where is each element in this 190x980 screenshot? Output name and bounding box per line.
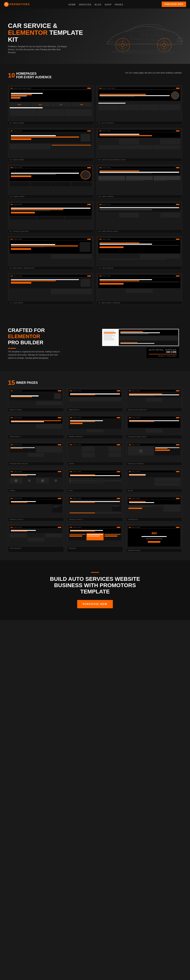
inner-page-tag-promo-detail: PROMOTION DETAIL bbox=[8, 462, 64, 465]
inner-pages-section: 15 INNER PAGES ABOUT PAGE bbox=[0, 371, 190, 560]
inner-page-card-shop[interactable]: SHOP bbox=[67, 442, 123, 466]
crafted-title: CRAFTED FOR ELEMENTOR PRO BUILDER bbox=[8, 327, 91, 346]
homepage-card-11[interactable]: 11. CAR WASH bbox=[8, 273, 93, 305]
inner-page-card-error[interactable]: 404 ERROR-PAGE bbox=[126, 525, 182, 552]
svg-rect-18 bbox=[131, 31, 142, 39]
inner-page-card-single-post1[interactable]: SINGLE POST 1 bbox=[8, 496, 64, 521]
homepage-row-3: 05. TIRES SHOP bbox=[8, 165, 182, 199]
homepage-tag-4: 04. CAR ACCESSORIES SHOP bbox=[97, 158, 182, 161]
inner-page-card-promotions[interactable]: PROMOTIONS PAGE bbox=[126, 415, 182, 439]
homepage-card-1[interactable]: 80K+ 500+ 27+ 99% 01. MAIN HOME bbox=[8, 85, 93, 125]
crafted-content: CRAFTED FOR ELEMENTOR PRO BUILDER The te… bbox=[8, 327, 91, 360]
inner-page-tag-team: TEAM bbox=[8, 489, 64, 492]
logo[interactable]: PROMOTORS bbox=[4, 2, 30, 7]
inner-page-tag-detailing: DETAILING SERVICE bbox=[126, 408, 182, 412]
crafted-description: The template is organized and structured… bbox=[8, 350, 63, 360]
homepages-header: 10 HOMEPAGESFOR EVERY AUDIENCE Our 10+ r… bbox=[8, 72, 182, 81]
inner-page-card-services2[interactable]: SERVICES 2 bbox=[8, 415, 64, 439]
inner-page-tag-prices: PRICES bbox=[67, 546, 123, 550]
nav-links: HOME SERVICES BLOG SHOP PAGES bbox=[69, 3, 123, 6]
crafted-section: CRAFTED FOR ELEMENTOR PRO BUILDER The te… bbox=[0, 316, 190, 371]
inner-page-tag-promotions: PROMOTIONS PAGE bbox=[126, 435, 182, 439]
homepage-tag-11: 11. CAR WASH bbox=[8, 301, 93, 304]
homepage-card-8[interactable]: 08. CAR PARTS SHOP bbox=[97, 202, 182, 233]
nav-pages[interactable]: PAGES bbox=[115, 3, 123, 6]
bottom-purchase-button[interactable]: PURCHASE NOW bbox=[77, 600, 113, 608]
inner-page-card-services1[interactable]: SERVICES 1 bbox=[67, 388, 123, 412]
homepages-desc: Our 10+ ready pages will save you time w… bbox=[125, 72, 182, 74]
inner-page-card-team[interactable]: TEAM bbox=[8, 469, 64, 492]
inner-page-tag-services2: SERVICES 2 bbox=[8, 435, 64, 438]
inner-page-card-faq[interactable]: FAQ bbox=[67, 469, 123, 492]
nav-services[interactable]: SERVICES bbox=[79, 3, 91, 6]
homepage-tag-1: 01. MAIN HOME bbox=[8, 121, 93, 125]
inner-page-tag-product-detail: PRODUCT DETAIL bbox=[126, 462, 182, 465]
homepage-card-5[interactable]: 05. TIRES SHOP bbox=[8, 165, 93, 199]
homepage-tag-6: 06. CAR TUNING bbox=[97, 195, 182, 198]
homepage-card-9[interactable]: 09. MECHANIC WORKSHOP bbox=[8, 236, 93, 270]
inner-page-tag-contacts: CONTACTS bbox=[126, 517, 182, 521]
inner-page-card-product-detail[interactable]: PRODUCT DETAIL bbox=[126, 442, 182, 466]
inner-page-tag-error: ERROR-PAGE bbox=[126, 549, 182, 552]
cta-title: BUILD AUTO SERVICES WEBSITE BUSINESS WIT… bbox=[8, 576, 182, 595]
nav-shop[interactable]: SHOP bbox=[105, 3, 112, 6]
cta-divider bbox=[91, 572, 99, 573]
homepage-card-12[interactable]: 12. MECHANIC GARAGE bbox=[97, 273, 182, 305]
inner-page-tag-about: ABOUT PAGE bbox=[8, 408, 64, 412]
homepage-card-7[interactable]: 07. VEHILE STATION bbox=[8, 202, 93, 233]
inner-pages-badge: 15 INNER PAGES bbox=[8, 379, 38, 387]
inner-page-card-about[interactable]: ABOUT PAGE bbox=[8, 388, 64, 412]
inner-page-tag-our-works: OUR WORKS bbox=[8, 546, 64, 550]
logo-text: PROMOTORS bbox=[10, 3, 30, 6]
inner-page-tag-single-post1: SINGLE POST 1 bbox=[8, 517, 64, 521]
inner-page-card-contacts[interactable]: CONTACTS bbox=[126, 496, 182, 521]
homepage-tag-2: 02. AUTO DETAIL bbox=[97, 121, 182, 125]
purchase-now-button[interactable]: PURCHASE NOW bbox=[162, 2, 186, 7]
inner-page-card-detailing[interactable]: DETAILING SERVICE bbox=[126, 388, 182, 412]
logo-icon bbox=[4, 2, 9, 7]
nav-home[interactable]: HOME bbox=[69, 3, 76, 6]
hero-description: ProMotors Template Kit can be used for A… bbox=[8, 45, 67, 54]
inner-pages-count: 15 bbox=[8, 379, 15, 387]
inner-page-tag-brake: BRAKE REPAIR bbox=[67, 435, 123, 438]
homepage-count: 10 bbox=[8, 72, 15, 79]
homepage-row-6: 11. CAR WASH bbox=[8, 273, 182, 305]
inner-page-card-brake[interactable]: BRAKE REPAIR bbox=[67, 415, 123, 439]
homepage-tag-10: 10. CAR REPAIR bbox=[97, 266, 182, 270]
crafted-mockup: AUTO DETAIL, SUPPLIES AND CARE PRODUCT C… bbox=[99, 326, 182, 361]
hero-car-image bbox=[95, 13, 190, 60]
nav-blog[interactable]: BLOG bbox=[94, 3, 102, 6]
homepage-tag-7: 07. VEHILE STATION bbox=[8, 229, 93, 233]
svg-point-19 bbox=[112, 50, 175, 54]
navbar: PROMOTORS HOME SERVICES BLOG SHOP PAGES … bbox=[0, 0, 190, 8]
inner-page-card-blog[interactable]: BLOG bbox=[126, 469, 182, 492]
homepage-row-5: 09. MECHANIC WORKSHOP bbox=[8, 236, 182, 270]
inner-pages-grid: ABOUT PAGE SERVICES 1 bbox=[8, 388, 182, 552]
crafted-divider bbox=[8, 348, 16, 348]
homepage-card-3[interactable]: 03. MAIN HOME bbox=[8, 128, 93, 162]
homepage-row-4: 07. VEHILE STATION bbox=[8, 202, 182, 233]
hero-title: CAR SERVICE & ELEMENTOR TEMPLATE KIT bbox=[8, 22, 83, 43]
homepage-card-4[interactable]: 04. CAR ACCESSORIES SHOP bbox=[97, 128, 182, 162]
inner-page-card-our-works[interactable]: OUR WORKS bbox=[8, 525, 64, 552]
inner-pages-badge-text: INNER PAGES bbox=[16, 381, 38, 385]
inner-page-tag-blog: BLOG bbox=[126, 489, 182, 492]
homepage-tag-12: 12. MECHANIC GARAGE bbox=[97, 301, 182, 304]
inner-page-tag-shop: SHOP bbox=[67, 462, 123, 465]
hero-section: CAR SERVICE & ELEMENTOR TEMPLATE KIT Pro… bbox=[0, 8, 190, 64]
homepage-card-6[interactable]: 06. CAR TUNING bbox=[97, 165, 182, 199]
homepage-card-2[interactable]: 02. AUTO DETAIL bbox=[97, 85, 182, 125]
homepage-row-1: 80K+ 500+ 27+ 99% 01. MAIN HOME bbox=[8, 85, 182, 125]
inner-page-card-promo-detail[interactable]: PROMOTION DETAIL bbox=[8, 442, 64, 466]
homepage-row-2: 03. MAIN HOME bbox=[8, 128, 182, 162]
homepage-tag-9: 09. MECHANIC WORKSHOP bbox=[8, 266, 93, 270]
bottom-cta-section: BUILD AUTO SERVICES WEBSITE BUSINESS WIT… bbox=[0, 560, 190, 620]
svg-point-0 bbox=[5, 3, 8, 6]
homepage-tag-3: 03. MAIN HOME bbox=[8, 158, 93, 161]
homepage-card-10[interactable]: 10. CAR REPAIR bbox=[97, 236, 182, 270]
inner-page-card-single-post2[interactable]: SINGLE POST 2 bbox=[67, 496, 123, 521]
inner-page-card-prices[interactable]: PRICES bbox=[67, 525, 123, 552]
homepages-section: 10 HOMEPAGESFOR EVERY AUDIENCE Our 10+ r… bbox=[0, 64, 190, 316]
homepage-count-badge: 10 HOMEPAGESFOR EVERY AUDIENCE bbox=[8, 72, 52, 79]
inner-page-tag-faq: FAQ bbox=[67, 489, 123, 492]
